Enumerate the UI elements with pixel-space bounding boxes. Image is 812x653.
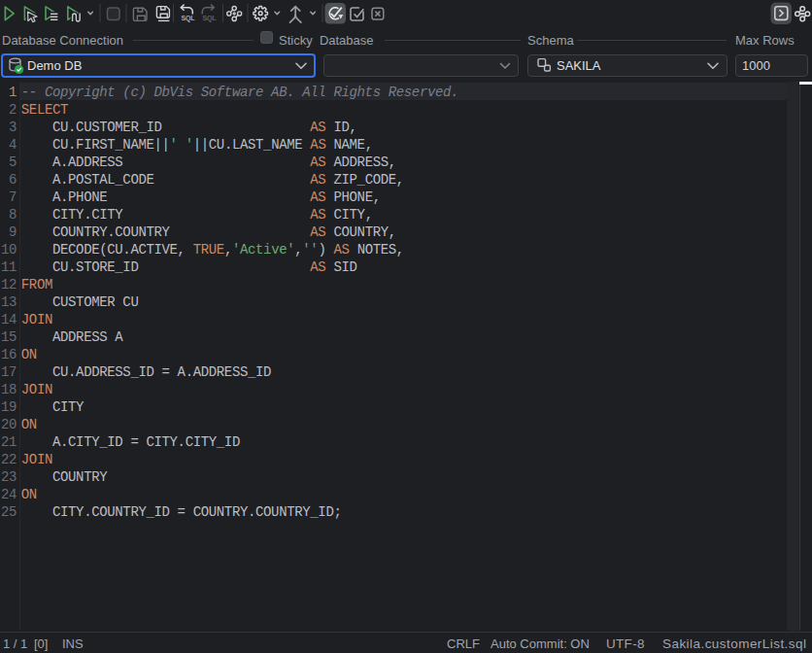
svg-text:SQL: SQL [182,15,196,22]
svg-text:SQL: SQL [203,15,218,22]
